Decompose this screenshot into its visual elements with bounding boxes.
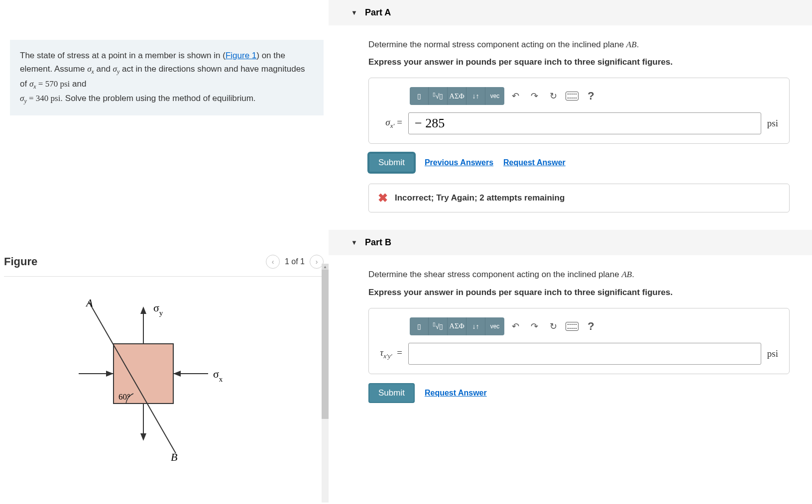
plane-ab: AB bbox=[626, 40, 637, 49]
undo-button[interactable]: ↶ bbox=[507, 318, 523, 334]
part-a-header[interactable]: ▼ Part A bbox=[329, 0, 812, 25]
problem-text: element. Assume bbox=[20, 64, 87, 74]
root-button[interactable]: ▯√▯ bbox=[429, 87, 448, 105]
part-b-answer-box: ▯ ▯√▯ ΑΣΦ ↓↑ vec ↶ ↷ ↻ ? τx′y′ = psi bbox=[368, 308, 790, 374]
sigma-x-eq: σx bbox=[29, 79, 36, 89]
vec-button[interactable]: vec bbox=[485, 317, 504, 335]
equation-toolbar: ▯ ▯√▯ ΑΣΦ ↓↑ vec ↶ ↷ ↻ ? bbox=[410, 87, 778, 105]
part-a-answer-box: ▯ ▯√▯ ΑΣΦ ↓↑ vec ↶ ↷ ↻ ? σx′ = psi bbox=[368, 78, 790, 144]
incorrect-icon: ✖ bbox=[378, 191, 388, 205]
svg-marker-9 bbox=[173, 371, 181, 377]
undo-button[interactable]: ↶ bbox=[507, 88, 523, 104]
part-a-title: Part A bbox=[365, 7, 391, 18]
part-b-title: Part B bbox=[365, 237, 391, 248]
collapse-icon: ▼ bbox=[351, 9, 357, 16]
left-scrollbar[interactable]: ▲ bbox=[322, 264, 329, 503]
greek-button[interactable]: ΑΣΦ bbox=[448, 317, 466, 335]
figure-counter: 1 of 1 bbox=[285, 257, 305, 266]
keyboard-button[interactable] bbox=[564, 88, 580, 104]
part-a-feedback: ✖ Incorrect; Try Again; 2 attempts remai… bbox=[368, 184, 790, 212]
sub-sup-button[interactable]: ↓↑ bbox=[466, 317, 485, 335]
keyboard-icon bbox=[566, 92, 579, 101]
redo-button[interactable]: ↷ bbox=[526, 88, 542, 104]
request-answer-link[interactable]: Request Answer bbox=[503, 158, 566, 167]
tau-xy-prime-label: τx′y′ = bbox=[380, 347, 402, 360]
figure-prev-button[interactable]: ‹ bbox=[266, 255, 280, 269]
sigma-y-eq: σy bbox=[20, 94, 27, 103]
part-a-instruction: Determine the normal stress component ac… bbox=[368, 38, 790, 51]
problem-statement: The state of stress at a point in a memb… bbox=[10, 40, 324, 115]
label-sigma-y: σy bbox=[153, 302, 163, 317]
sigma-x-var: σx bbox=[87, 64, 94, 74]
help-button[interactable]: ? bbox=[583, 318, 599, 334]
sigma-y-var: σy bbox=[113, 64, 120, 74]
problem-value: = 570 psi bbox=[36, 79, 70, 89]
label-B: B bbox=[171, 451, 177, 463]
templates-button[interactable]: ▯ bbox=[410, 87, 429, 105]
part-a-answer-input[interactable] bbox=[408, 112, 761, 134]
request-answer-link[interactable]: Request Answer bbox=[425, 389, 487, 398]
part-b-header[interactable]: ▼ Part B bbox=[329, 230, 812, 255]
sigma-x-prime-label: σx′ = bbox=[380, 117, 402, 130]
label-A: A bbox=[85, 297, 93, 309]
svg-marker-5 bbox=[140, 433, 146, 441]
part-a-format: Express your answer in pounds per square… bbox=[368, 55, 790, 69]
problem-text: . Solve the problem using the method of … bbox=[60, 94, 255, 103]
figure-link[interactable]: Figure 1 bbox=[226, 51, 256, 60]
part-b-instruction: Determine the shear stress component act… bbox=[368, 268, 790, 281]
collapse-icon: ▼ bbox=[351, 239, 357, 246]
keyboard-icon bbox=[566, 322, 579, 331]
svg-marker-7 bbox=[106, 371, 114, 377]
label-angle: 60° bbox=[118, 392, 130, 402]
part-a-submit-button[interactable]: Submit bbox=[368, 153, 415, 173]
svg-marker-3 bbox=[140, 306, 146, 314]
reset-button[interactable]: ↻ bbox=[545, 318, 561, 334]
sub-sup-button[interactable]: ↓↑ bbox=[466, 87, 485, 105]
figure-diagram: A B σy σx 60° bbox=[4, 289, 324, 465]
problem-text: of bbox=[20, 79, 29, 89]
keyboard-button[interactable] bbox=[564, 318, 580, 334]
part-b-answer-input[interactable] bbox=[408, 343, 761, 365]
vec-button[interactable]: vec bbox=[485, 87, 504, 105]
equation-toolbar: ▯ ▯√▯ ΑΣΦ ↓↑ vec ↶ ↷ ↻ ? bbox=[410, 317, 778, 335]
help-button[interactable]: ? bbox=[583, 88, 599, 104]
unit-psi: psi bbox=[767, 118, 778, 129]
feedback-text: Incorrect; Try Again; 2 attempts remaini… bbox=[395, 193, 565, 203]
figure-title: Figure bbox=[4, 255, 37, 268]
part-b-format: Express your answer in pounds per square… bbox=[368, 286, 790, 299]
problem-text: and bbox=[94, 64, 113, 74]
root-button[interactable]: ▯√▯ bbox=[429, 317, 448, 335]
part-b-submit-button[interactable]: Submit bbox=[368, 383, 415, 403]
unit-psi: psi bbox=[767, 348, 778, 359]
problem-text: The state of stress at a point in a memb… bbox=[20, 51, 226, 60]
previous-answers-link[interactable]: Previous Answers bbox=[425, 158, 493, 167]
greek-button[interactable]: ΑΣΦ bbox=[448, 87, 466, 105]
problem-text: ) on the bbox=[256, 51, 285, 60]
reset-button[interactable]: ↻ bbox=[545, 88, 561, 104]
redo-button[interactable]: ↷ bbox=[526, 318, 542, 334]
problem-value: = 340 psi bbox=[27, 94, 61, 103]
problem-text: and bbox=[70, 79, 86, 89]
templates-button[interactable]: ▯ bbox=[410, 317, 429, 335]
problem-text: act in the directions shown and have mag… bbox=[119, 64, 305, 74]
plane-ab: AB bbox=[621, 270, 632, 279]
label-sigma-x: σx bbox=[213, 368, 223, 383]
